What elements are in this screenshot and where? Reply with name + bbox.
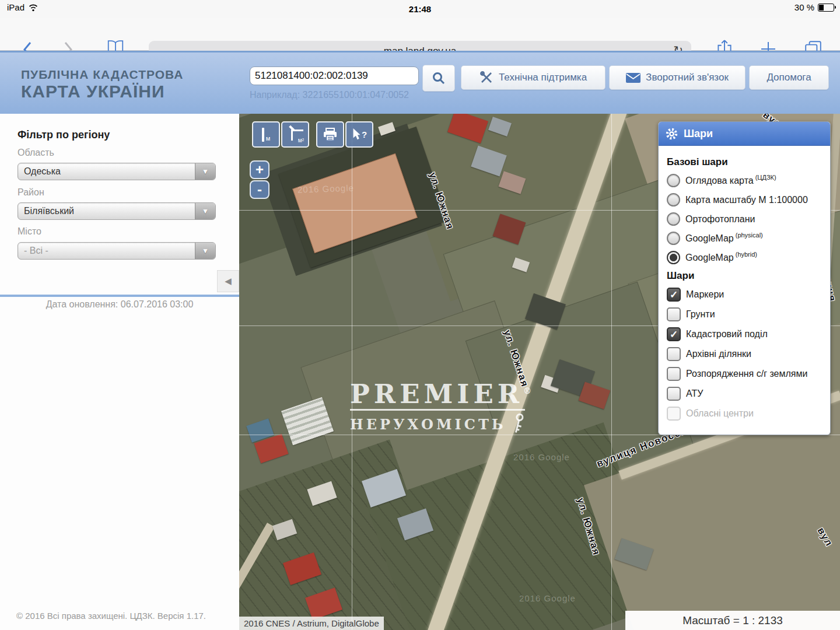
radio-icon[interactable] bbox=[667, 232, 680, 245]
map-canvas[interactable]: ул. Южная ул. Южная ул. Южная вулиця Нов… bbox=[239, 114, 840, 630]
region-filter-sidebar: Фільтр по регіону Область Одеська ▼ Райо… bbox=[0, 114, 239, 630]
base-layer-option[interactable]: GoogleMap (physical) bbox=[667, 232, 822, 245]
identify-button[interactable]: ? bbox=[345, 121, 373, 148]
overlay-option-disabled: Обласні центри bbox=[667, 407, 822, 421]
measure-length-icon: м bbox=[262, 128, 271, 142]
print-button[interactable] bbox=[316, 121, 344, 148]
help-button[interactable]: Допомога bbox=[749, 65, 829, 90]
radio-icon[interactable] bbox=[667, 212, 680, 226]
option-label: АТУ bbox=[686, 388, 703, 399]
city-label: Місто bbox=[18, 226, 41, 237]
scale-indicator: Масштаб = 1 : 2133 bbox=[625, 611, 840, 630]
option-label: Обласні центри bbox=[686, 408, 754, 419]
radio-icon-selected[interactable] bbox=[667, 251, 680, 264]
search-icon bbox=[432, 71, 446, 85]
option-label: GoogleMap bbox=[685, 253, 734, 263]
city-value: - Всі - bbox=[24, 246, 48, 256]
zoom-out-button[interactable]: - bbox=[250, 180, 270, 199]
checkbox-checked-icon[interactable] bbox=[667, 327, 681, 341]
option-label: Грунти bbox=[686, 309, 715, 320]
option-label: Ортофотоплани bbox=[685, 214, 755, 225]
layers-panel-title: Шари bbox=[684, 128, 713, 140]
feedback-button[interactable]: Зворотний зв'язок bbox=[609, 65, 746, 90]
zoom-control: + - bbox=[250, 160, 270, 199]
city-select[interactable]: - Всі - ▼ bbox=[18, 242, 216, 260]
premier-watermark: PREMIER® НЕРУХОМІСТЬ bbox=[350, 381, 531, 435]
grid-line bbox=[611, 114, 612, 630]
radio-icon[interactable] bbox=[667, 174, 680, 187]
checkbox-checked-icon[interactable] bbox=[667, 288, 681, 302]
update-date: Дата оновлення: 06.07.2016 03:00 bbox=[0, 299, 239, 310]
layers-panel: Шари Базові шари Оглядова карта (ЦДЗК) К… bbox=[658, 121, 831, 435]
option-label: Архівні ділянки bbox=[686, 349, 751, 359]
filter-title: Фільтр по регіону bbox=[18, 129, 110, 141]
base-layers-title: Базові шари bbox=[667, 156, 822, 168]
collapse-arrow-icon: ◀ bbox=[225, 276, 232, 286]
zoom-in-button[interactable]: + bbox=[250, 160, 270, 179]
site-logo-line2: КАРТА УКРАЇНИ bbox=[21, 82, 165, 102]
imagery-credit: 2016 Google bbox=[298, 183, 354, 194]
battery-percent: 30 % bbox=[794, 2, 814, 12]
tools-icon bbox=[480, 71, 494, 85]
base-layer-option[interactable]: Карта масштабу М 1:100000 bbox=[667, 193, 822, 206]
imagery-credit: 2016 Google bbox=[519, 593, 576, 603]
watermark-subtitle: НЕРУХОМІСТЬ bbox=[350, 416, 506, 433]
cursor-help-icon bbox=[352, 128, 361, 142]
search-example: Наприклад: 3221655100:01:047:0052 bbox=[250, 90, 409, 100]
option-label: Кадастровий поділ bbox=[686, 329, 768, 340]
layers-panel-header[interactable]: Шари bbox=[659, 122, 830, 146]
site-logo-line1: ПУБЛІЧНА КАДАСТРОВА bbox=[21, 68, 183, 82]
oblast-select[interactable]: Одеська ▼ bbox=[18, 163, 216, 180]
checkbox-icon[interactable] bbox=[667, 387, 681, 401]
overlay-option[interactable]: АТУ bbox=[667, 387, 822, 401]
battery-icon bbox=[818, 4, 834, 12]
radio-icon[interactable] bbox=[667, 193, 680, 206]
mail-icon bbox=[626, 73, 640, 83]
option-label: Оглядова карта bbox=[685, 176, 754, 186]
measure-area-icon: м² bbox=[288, 127, 303, 142]
help-label: Допомога bbox=[766, 72, 811, 83]
oblast-label: Область bbox=[18, 148, 54, 158]
raion-select[interactable]: Біляївський ▼ bbox=[18, 202, 216, 220]
overlay-option[interactable]: Грунти bbox=[667, 307, 822, 321]
measure-area-button[interactable]: м² bbox=[281, 121, 309, 148]
checkbox-icon[interactable] bbox=[667, 307, 681, 321]
base-layer-option[interactable]: Оглядова карта (ЦДЗК) bbox=[667, 174, 822, 187]
registered-mark: ® bbox=[523, 386, 531, 396]
measure-toolbar: м м² bbox=[252, 121, 309, 148]
imagery-credit: 2016 Google bbox=[513, 452, 570, 462]
raion-value: Біляївський bbox=[24, 206, 74, 216]
option-label: GoogleMap bbox=[685, 233, 734, 244]
sidebar-collapse-button[interactable]: ◀ bbox=[217, 270, 239, 292]
attribution-text: 2016 CNES / Astrium, DigitalGlobe bbox=[244, 618, 379, 628]
overlay-option[interactable]: Маркери bbox=[667, 288, 822, 302]
gear-icon bbox=[666, 128, 678, 140]
option-label: Маркери bbox=[686, 289, 724, 300]
option-sup: (physical) bbox=[736, 232, 763, 239]
help-glyph: ? bbox=[362, 130, 367, 139]
measure-length-button[interactable]: м bbox=[252, 121, 280, 148]
imagery-attribution: 2016 CNES / Astrium, DigitalGlobe bbox=[239, 617, 384, 630]
base-layer-option[interactable]: GoogleMap (hybrid) bbox=[667, 251, 822, 264]
dropdown-arrow-icon[interactable]: ▼ bbox=[195, 243, 215, 259]
base-layer-option[interactable]: Ортофотоплани bbox=[667, 212, 822, 226]
cadastral-search-input[interactable] bbox=[250, 66, 419, 85]
scale-text: Масштаб = 1 : 2133 bbox=[682, 614, 783, 627]
dropdown-arrow-icon[interactable]: ▼ bbox=[195, 163, 215, 180]
checkbox-icon[interactable] bbox=[667, 367, 681, 381]
clock: 21:48 bbox=[0, 4, 840, 14]
feedback-label: Зворотний зв'язок bbox=[646, 72, 729, 83]
search-button[interactable] bbox=[422, 65, 455, 92]
key-icon bbox=[508, 412, 527, 437]
overlay-option[interactable]: Архівні ділянки bbox=[667, 347, 822, 361]
copyright-text: © 2016 Всі права захищені. ЦДЗК. Версія … bbox=[16, 611, 206, 621]
overlay-option[interactable]: Розпорядження с/г землями bbox=[667, 367, 822, 381]
option-label: Карта масштабу М 1:100000 bbox=[685, 195, 808, 205]
checkbox-icon[interactable] bbox=[667, 347, 681, 361]
tech-support-button[interactable]: Технічна підтримка bbox=[461, 65, 606, 90]
dropdown-arrow-icon[interactable]: ▼ bbox=[195, 203, 215, 219]
overlays-title: Шари bbox=[667, 270, 822, 282]
overlay-option[interactable]: Кадастровий поділ bbox=[667, 327, 822, 341]
checkbox-disabled-icon bbox=[667, 407, 681, 421]
oblast-value: Одеська bbox=[24, 166, 61, 177]
